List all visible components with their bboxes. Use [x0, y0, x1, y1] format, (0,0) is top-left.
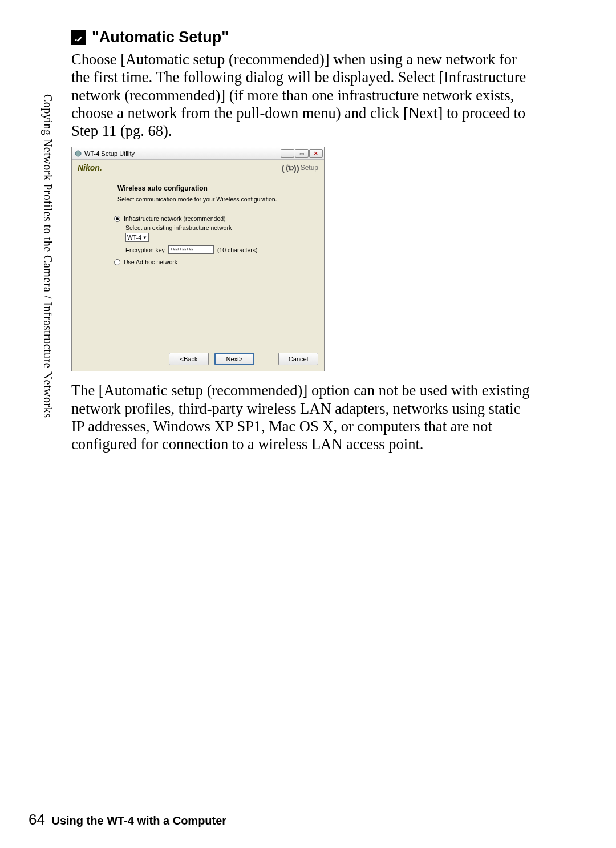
radio-infrastructure[interactable]: Infrastructure network (recommended) — [114, 215, 316, 222]
radio-adhoc[interactable]: Use Ad-hoc network — [114, 259, 316, 265]
wizard-subtitle: Select communication mode for your Wirel… — [117, 196, 316, 203]
page-footer: 64 Using the WT-4 with a Computer — [29, 811, 226, 829]
setup-dialog: WT-4 Setup Utility — ▭ ✕ Nikon. ((ၤ)) Se… — [71, 147, 325, 371]
next-button[interactable]: Next> — [214, 353, 254, 365]
svg-marker-1 — [75, 39, 77, 41]
heading-text: "Automatic Setup" — [92, 29, 229, 46]
section-heading: "Automatic Setup" — [71, 29, 548, 46]
window-title: WT-4 Setup Utility — [84, 150, 135, 157]
note-paragraph: The [Automatic setup (recommended)] opti… — [71, 382, 536, 453]
cancel-button[interactable]: Cancel — [278, 353, 318, 365]
radio-adhoc-label: Use Ad-hoc network — [124, 259, 177, 265]
footer-text: Using the WT-4 with a Computer — [51, 814, 226, 827]
svg-rect-0 — [76, 36, 82, 41]
radio-unselected-icon — [114, 259, 120, 265]
encryption-label: Encryption key — [125, 247, 165, 253]
dialog-screenshot: WT-4 Setup Utility — ▭ ✕ Nikon. ((ၤ)) Se… — [71, 147, 548, 371]
antenna-icon: ((ၤ)) — [282, 165, 299, 172]
dialog-button-row: <Back Next> Cancel — [72, 348, 324, 371]
minimize-button[interactable]: — — [281, 149, 294, 158]
encryption-note: (10 characters) — [217, 247, 258, 253]
sidebar-vertical-text: Copying Network Profiles to the Camera /… — [41, 94, 54, 418]
encryption-row: Encryption key ********** (10 characters… — [125, 245, 316, 254]
wizard-title: Wireless auto configuration — [117, 184, 316, 192]
radio-selected-icon — [114, 216, 120, 222]
app-icon — [74, 150, 82, 158]
network-select[interactable]: WT-4 ▼ — [125, 233, 149, 242]
page: Copying Network Profiles to the Camera /… — [0, 0, 616, 848]
chevron-down-icon: ▼ — [143, 235, 147, 240]
maximize-button[interactable]: ▭ — [295, 149, 309, 158]
dialog-content: Wireless auto configuration Select commu… — [72, 176, 324, 348]
intro-paragraph: Choose [Automatic setup (recommended)] w… — [71, 51, 536, 140]
pencil-icon — [71, 30, 86, 45]
titlebar: WT-4 Setup Utility — ▭ ✕ — [72, 147, 324, 160]
encryption-input[interactable]: ********** — [168, 245, 214, 254]
svg-point-2 — [75, 151, 81, 156]
radio-infrastructure-label: Infrastructure network (recommended) — [124, 215, 226, 222]
setup-logo: ((ၤ)) Setup — [282, 164, 318, 172]
back-button[interactable]: <Back — [169, 353, 209, 365]
setup-label: Setup — [301, 164, 318, 172]
brand-logo: Nikon. — [78, 163, 102, 172]
select-existing-label: Select an existing infrastructure networ… — [125, 224, 316, 231]
network-select-value: WT-4 — [127, 234, 141, 241]
brand-row: Nikon. ((ၤ)) Setup — [72, 160, 324, 176]
close-button[interactable]: ✕ — [309, 149, 323, 158]
page-number: 64 — [29, 811, 45, 828]
